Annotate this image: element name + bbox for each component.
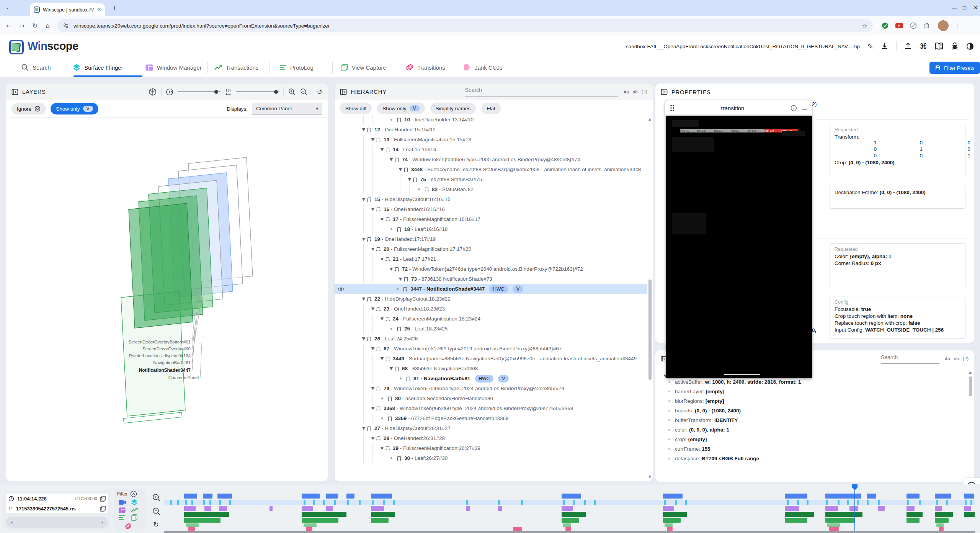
tree-node-22[interactable]: ▼22 - HideDisplayCutout:18:23#22 — [335, 294, 647, 304]
trace-entry-tick[interactable] — [664, 500, 666, 505]
trace-entry-tick[interactable] — [170, 500, 172, 505]
site-settings-icon[interactable] — [63, 23, 69, 29]
keyboard-shortcuts-icon[interactable]: ⌘ — [920, 42, 927, 51]
collapse-filter-icon[interactable] — [130, 490, 137, 497]
window-manager-trace-icon[interactable] — [119, 507, 126, 513]
trace-block-row5[interactable] — [304, 523, 317, 527]
match-case-toggle[interactable]: Aa — [624, 90, 629, 94]
trace-entry-tick[interactable] — [826, 500, 828, 505]
trace-entry-tick[interactable] — [685, 500, 687, 505]
back-icon[interactable]: ← — [2, 22, 15, 29]
viewer-tab-window-manager[interactable]: Window Manager — [145, 58, 202, 77]
trace-entry-tick[interactable] — [787, 500, 789, 505]
trace-entry-tick[interactable] — [393, 500, 395, 505]
trace-block-row2[interactable] — [219, 506, 227, 511]
collapse-arrow-icon[interactable]: ▼ — [379, 145, 385, 155]
dark-mode-toggle-icon[interactable] — [966, 43, 974, 50]
spacing-slider[interactable] — [236, 89, 279, 95]
tree-node-25[interactable]: 25 - Leaf:18:23#25 — [335, 324, 647, 334]
trace-entry-tick[interactable] — [907, 500, 909, 505]
trace-block-row1[interactable] — [663, 494, 683, 499]
trace-block-row5[interactable] — [186, 523, 199, 527]
extension-disabled-icon[interactable] — [910, 22, 917, 29]
timeline-reset-zoom-icon[interactable]: ↻ — [153, 520, 159, 528]
collapse-arrow-icon[interactable]: ▼ — [397, 274, 403, 284]
timeline-cursor[interactable] — [854, 489, 855, 531]
browser-menu-kebab-icon[interactable]: ⋮ — [955, 22, 961, 29]
trace-entry-tick[interactable] — [219, 500, 221, 505]
trace-block-row4[interactable] — [184, 518, 220, 523]
trace-block-row2[interactable] — [878, 506, 885, 511]
drag-handle-icon[interactable] — [670, 104, 675, 112]
trace-block-row1[interactable] — [302, 494, 320, 499]
trace-entry-tick[interactable] — [304, 500, 305, 505]
tree-node-14[interactable]: ▼14 - Leaf:15:15#14 — [335, 145, 647, 155]
visibility-eye-icon[interactable] — [335, 284, 348, 291]
regex-toggle[interactable]: (.*) — [963, 356, 969, 361]
trace-block-row2[interactable] — [785, 506, 799, 511]
timeline-zoom-out-icon[interactable] — [152, 507, 161, 516]
trace-entry-tick[interactable] — [498, 500, 500, 505]
trace-block-row2[interactable] — [663, 506, 675, 511]
trace-entry-tick[interactable] — [191, 500, 193, 505]
trace-block-row6[interactable] — [188, 527, 195, 531]
timeline-cursor-handle[interactable] — [852, 484, 858, 490]
property-row-color[interactable]: color:(0, 0, 0), alpha: 1 — [655, 425, 962, 435]
minimize-overlay-icon[interactable] — [802, 110, 807, 111]
trace-block-row1[interactable] — [562, 494, 581, 499]
trace-block-row1[interactable] — [346, 494, 354, 499]
collapse-arrow-icon[interactable]: ▼ — [361, 423, 367, 433]
collapse-arrow-icon[interactable]: ▼ — [388, 364, 394, 374]
trace-entry-tick[interactable] — [867, 500, 869, 505]
property-row-bounds[interactable]: bounds:(0, 0) - (1080, 2400) — [655, 406, 962, 415]
layer-spacing-icon[interactable] — [225, 88, 231, 95]
hierarchy-search-input[interactable]: Search — [465, 87, 618, 96]
trace-entry-tick[interactable] — [334, 500, 336, 505]
trace-entry-tick[interactable] — [521, 500, 523, 505]
property-row-currFrame[interactable]: currFrame:155 — [655, 444, 962, 454]
screenshot-overlay-titlebar[interactable]: transition — [665, 100, 812, 116]
home-icon[interactable]: ⌂ — [41, 22, 54, 29]
trace-entry-tick[interactable] — [965, 500, 967, 505]
trace-block-row3[interactable] — [964, 512, 975, 517]
sf-trace-band[interactable] — [164, 500, 975, 505]
collapse-arrow-icon[interactable]: ▼ — [361, 234, 367, 244]
trace-block-row2[interactable] — [184, 506, 196, 511]
trace-entry-tick[interactable] — [970, 500, 972, 505]
timestamp-row[interactable]: ⚐ 1715339054227572545 ns — [6, 504, 108, 514]
trace-block-row2[interactable] — [498, 506, 502, 511]
regex-toggle[interactable]: (.*) — [642, 90, 647, 94]
tree-node-81[interactable]: 81 - NavigationBar0#81HWCV — [335, 374, 647, 384]
trace-block-row2[interactable] — [302, 506, 313, 511]
trace-block-row3[interactable] — [825, 512, 863, 517]
trace-block-row4[interactable] — [302, 518, 338, 523]
collapse-arrow-icon[interactable]: ▼ — [361, 334, 367, 344]
tab-search-chevron-icon[interactable]: ⌄ — [5, 5, 9, 10]
trace-block-row2[interactable] — [906, 506, 915, 511]
trace-block-row6[interactable] — [939, 527, 944, 531]
viewer-tab-search[interactable]: Search — [21, 58, 51, 77]
hierarchy-chip-simplify-names[interactable]: Simplify names — [430, 103, 476, 114]
trace-block-row3[interactable] — [371, 512, 395, 517]
trace-entry-tick[interactable] — [466, 500, 468, 505]
trace-block-row3[interactable] — [562, 512, 586, 517]
trace-block-row2[interactable] — [935, 506, 942, 511]
trace-block-row3[interactable] — [663, 512, 688, 517]
tree-node-19[interactable]: ▼19 - OneHanded:17:17#19 — [335, 234, 647, 244]
trace-block-row2[interactable] — [964, 506, 971, 511]
surface-flinger-trace-icon[interactable] — [131, 499, 138, 506]
layer-label-6[interactable]: Common Panel — [168, 375, 199, 380]
wall-clock-row[interactable]: 11:04:14.228 UTC+00:00 — [6, 494, 108, 504]
hierarchy-chip-show-only[interactable]: Show onlyV — [377, 103, 425, 114]
match-word-toggle[interactable]: ab — [954, 356, 959, 361]
tree-node-3368[interactable]: ▼3368 - WindowToken{f6b2f60 type=2024 an… — [335, 404, 647, 414]
download-icon[interactable] — [881, 43, 889, 50]
collapse-arrow-icon[interactable]: ▼ — [388, 264, 394, 274]
extension-green-icon[interactable] — [881, 22, 889, 29]
collapse-arrow-icon[interactable]: ▼ — [361, 125, 367, 135]
trace-entry-tick[interactable] — [675, 500, 677, 505]
scroll-left-icon[interactable]: ‹ — [11, 519, 13, 525]
tree-node-12[interactable]: ▼12 - OneHanded:15:15#12 — [335, 125, 647, 135]
collapse-arrow-icon[interactable]: ▼ — [370, 404, 376, 414]
rotation-icon[interactable] — [166, 88, 173, 95]
